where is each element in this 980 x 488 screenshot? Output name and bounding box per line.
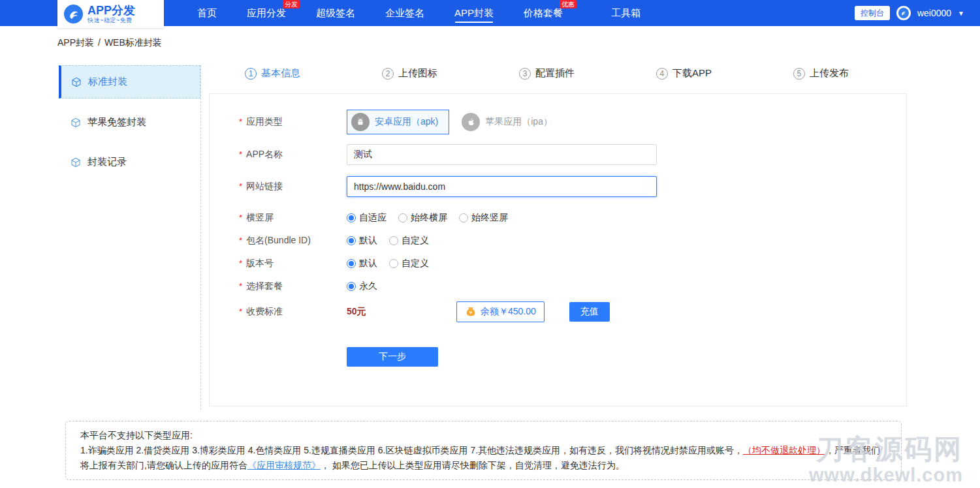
app-type-row: *应用类型 安卓应用（apk) 苹果应用（ipa）: [210, 110, 906, 134]
radio-icon: [389, 236, 398, 245]
radio-label: 自适应: [359, 212, 387, 224]
nav-item-super-sign[interactable]: 超级签名: [316, 0, 355, 26]
radio-icon: [347, 213, 356, 222]
radio-label: 永久: [359, 281, 377, 292]
nav-item-label: APP封装: [454, 7, 494, 18]
field-label: 横竖屏: [246, 212, 274, 222]
bundle-id-row: *包名(Bundle ID) 默认 自定义: [210, 235, 906, 247]
required-mark: *: [239, 236, 242, 245]
step-label: 上传发布: [810, 67, 849, 80]
radio-always-portrait[interactable]: 始终竖屏: [459, 212, 508, 224]
field-label: 包名(Bundle ID): [246, 235, 311, 245]
app-name-row: *APP名称: [210, 144, 906, 165]
field-label: 网站链接: [246, 181, 283, 191]
orientation-row: *横竖屏 自适应 始终横屏 始终竖屏: [210, 212, 906, 224]
radio-bundle-custom[interactable]: 自定义: [389, 235, 429, 247]
apple-icon: [462, 113, 480, 131]
orientation-options: 自适应 始终横屏 始终竖屏: [347, 212, 508, 224]
next-step-button[interactable]: 下一步: [347, 347, 438, 367]
console-button[interactable]: 控制台: [855, 6, 890, 20]
step-upload-icon: 2 上传图标: [382, 67, 437, 80]
notice-text: ， 如果您已上传以上类型应用请尽快删除下架，自觉清理，避免违法行为。: [321, 460, 625, 470]
field-label: 应用类型: [246, 116, 283, 127]
breadcrumb-parent[interactable]: APP封装: [57, 37, 94, 48]
sidebar-item-label: 苹果免签封装: [87, 116, 146, 129]
logo-icon: [64, 5, 83, 23]
required-mark: *: [239, 117, 242, 127]
step-configure-plugins: 3 配置插件: [519, 67, 575, 80]
radio-icon: [347, 282, 356, 291]
field-label: 选择套餐: [246, 281, 283, 291]
website-input[interactable]: [347, 176, 657, 197]
required-mark: *: [239, 213, 242, 222]
breadcrumb-current: WEB标准封装: [104, 37, 162, 48]
username[interactable]: wei0000: [917, 8, 951, 18]
version-options: 默认 自定义: [347, 258, 429, 269]
app-name-label: *APP名称: [210, 149, 347, 160]
packaging-form: *应用类型 安卓应用（apk) 苹果应用（ipa） *APP名称 *网站链接 *…: [209, 93, 907, 406]
price-amount: 50元: [347, 306, 456, 318]
sidebar-item-standard-packaging[interactable]: 标准封装: [59, 65, 200, 99]
ios-app-option[interactable]: 苹果应用（ipa）: [457, 110, 563, 134]
site-logo[interactable]: APP分发 快速~稳定~免费: [57, 0, 164, 28]
price-label: *收费标准: [210, 306, 347, 318]
step-upload-publish: 5 上传发布: [793, 67, 849, 80]
field-label: 版本号: [246, 258, 274, 268]
sidebar-item-apple-free-sign[interactable]: 苹果免签封装: [59, 106, 200, 138]
chevron-down-icon[interactable]: ▼: [958, 10, 964, 17]
hot-badge-pricing: 优惠: [560, 0, 577, 8]
bundle-id-options: 默认 自定义: [347, 235, 429, 247]
step-download-app: 4 下载APP: [656, 67, 712, 80]
ios-option-label: 苹果应用（ipa）: [485, 116, 552, 128]
nav-item-enterprise-sign[interactable]: 企业签名: [385, 0, 424, 26]
cube-icon: [71, 77, 82, 87]
radio-adaptive[interactable]: 自适应: [347, 212, 387, 224]
radio-always-landscape[interactable]: 始终横屏: [398, 212, 447, 224]
step-label: 配置插件: [535, 67, 575, 80]
main-menu: 首页 应用分发 分发 超级签名 企业签名 APP封装 价格套餐 优惠 工具箱: [197, 0, 640, 26]
step-number: 2: [382, 68, 394, 80]
radio-label: 自定义: [402, 235, 429, 247]
radio-version-custom[interactable]: 自定义: [389, 258, 429, 269]
radio-icon: [347, 259, 356, 268]
radio-plan-permanent[interactable]: 永久: [347, 281, 377, 292]
nav-item-app-packaging[interactable]: APP封装: [454, 0, 494, 26]
logo-text: APP分发 快速~稳定~免费: [87, 5, 135, 24]
radio-label: 始终横屏: [411, 212, 447, 224]
nav-item-toolbox[interactable]: 工具箱: [611, 0, 640, 26]
notice-body: 1.诈骗类应用 2.借贷类应用 3.博彩类应用 4.色情类应用 5.违规直播类应…: [80, 443, 887, 473]
app-type-label: *应用类型: [210, 116, 347, 128]
radio-bundle-default[interactable]: 默认: [347, 235, 377, 247]
radio-version-default[interactable]: 默认: [347, 258, 377, 269]
version-row: *版本号 默认 自定义: [210, 258, 906, 269]
notice-text: 1.诈骗类应用 2.借贷类应用 3.博彩类应用 4.色情类应用 5.违规直播类应…: [80, 445, 743, 455]
sidebar-item-packaging-records[interactable]: 封装记录: [59, 146, 200, 178]
step-indicator: 1 基本信息 2 上传图标 3 配置插件 4 下载APP 5 上传发布: [245, 67, 849, 80]
nav-item-label: 应用分发: [247, 7, 286, 18]
sidebar: 标准封装 苹果免签封装 封装记录: [59, 65, 201, 410]
user-avatar[interactable]: [896, 6, 911, 20]
review-guideline-link[interactable]: 《应用审核规范》: [247, 460, 321, 470]
step-basic-info: 1 基本信息: [245, 67, 300, 80]
balance-button[interactable]: ￥ 余额￥450.00: [456, 301, 545, 322]
radio-label: 始终竖屏: [471, 212, 508, 224]
radio-icon: [389, 259, 398, 268]
nav-item-label: 工具箱: [611, 7, 640, 18]
money-bag-icon: ￥: [465, 306, 477, 318]
recharge-button[interactable]: 充值: [569, 302, 610, 322]
no-refund-text: （均不做退款处理）: [743, 445, 825, 455]
required-mark: *: [239, 281, 242, 291]
nav-item-app-distribution[interactable]: 应用分发 分发: [247, 0, 286, 26]
field-label: APP名称: [246, 149, 283, 159]
nav-item-pricing[interactable]: 价格套餐 优惠: [524, 0, 563, 26]
sidebar-item-label: 封装记录: [87, 156, 127, 168]
step-number: 3: [519, 68, 531, 80]
hot-badge-distribution: 分发: [283, 0, 300, 8]
radio-icon: [347, 236, 356, 245]
svg-text:￥: ￥: [468, 310, 473, 316]
android-app-option[interactable]: 安卓应用（apk): [347, 110, 449, 134]
cube-icon: [71, 157, 81, 168]
notice-box: 本平台不支持以下类型应用: 1.诈骗类应用 2.借贷类应用 3.博彩类应用 4.…: [65, 421, 902, 480]
nav-item-home[interactable]: 首页: [197, 0, 217, 26]
app-name-input[interactable]: [347, 144, 657, 165]
